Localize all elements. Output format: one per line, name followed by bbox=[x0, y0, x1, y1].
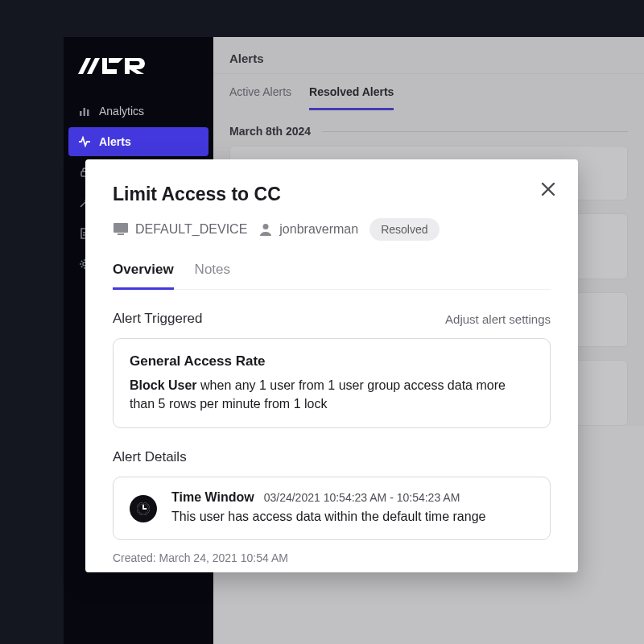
tab-notes[interactable]: Notes bbox=[195, 258, 230, 289]
modal-tabs: Overview Notes bbox=[113, 258, 551, 290]
section-title: Alert Details bbox=[113, 449, 187, 465]
close-button[interactable] bbox=[535, 175, 562, 203]
tab-overview[interactable]: Overview bbox=[113, 258, 174, 290]
detail-card: Time Window 03/24/2021 10:54:23 AM - 10:… bbox=[113, 477, 551, 539]
svg-rect-6 bbox=[80, 111, 82, 116]
user-name: jonbraverman bbox=[279, 222, 358, 237]
svg-marker-4 bbox=[109, 58, 123, 63]
svg-rect-16 bbox=[118, 233, 124, 235]
detail-description: This user has access data within the def… bbox=[171, 508, 534, 526]
detail-timestamp: 03/24/2021 10:54:23 AM - 10:54:23 AM bbox=[264, 491, 460, 504]
status-badge: Resolved bbox=[369, 218, 439, 241]
created-timestamp: Created: March 24, 2021 10:54 AM bbox=[113, 551, 551, 564]
rule-description: Block User when any 1 user from 1 user g… bbox=[130, 376, 534, 413]
user-meta: jonbraverman bbox=[258, 222, 358, 237]
svg-rect-3 bbox=[102, 69, 117, 74]
device-name: DEFAULT_DEVICE bbox=[135, 222, 247, 237]
user-icon bbox=[258, 222, 273, 237]
alert-detail-modal: Limit Access to CC DEFAULT_DEVICE jonbra… bbox=[85, 159, 578, 572]
modal-title: Limit Access to CC bbox=[113, 184, 551, 205]
rule-card: General Access Rate Block User when any … bbox=[113, 338, 551, 428]
rule-action: Block User bbox=[130, 378, 197, 392]
sidebar-item-label: Alerts bbox=[99, 135, 131, 148]
bar-chart-icon bbox=[78, 105, 91, 118]
sidebar-item-label: Analytics bbox=[99, 105, 144, 118]
activity-icon bbox=[78, 135, 91, 148]
svg-point-17 bbox=[263, 224, 269, 229]
svg-rect-7 bbox=[84, 108, 86, 116]
sidebar-item-alerts[interactable]: Alerts bbox=[68, 127, 208, 156]
section-alert-triggered: Alert Triggered Adjust alert settings Ge… bbox=[113, 311, 551, 428]
monitor-icon bbox=[113, 222, 129, 237]
modal-meta: DEFAULT_DEVICE jonbraverman Resolved bbox=[113, 218, 551, 241]
svg-rect-15 bbox=[114, 223, 128, 233]
rule-title: General Access Rate bbox=[130, 353, 534, 369]
sidebar-item-analytics[interactable]: Analytics bbox=[68, 97, 208, 126]
section-alert-details: Alert Details Time Window 03/24/2021 10:… bbox=[113, 449, 551, 564]
svg-rect-5 bbox=[125, 58, 130, 74]
svg-rect-8 bbox=[87, 109, 89, 116]
clock-icon bbox=[130, 495, 157, 522]
brand-logo bbox=[64, 50, 213, 97]
detail-label: Time Window bbox=[171, 490, 254, 505]
device-meta: DEFAULT_DEVICE bbox=[113, 222, 247, 237]
adjust-alert-settings-link[interactable]: Adjust alert settings bbox=[445, 312, 551, 326]
section-title: Alert Triggered bbox=[113, 311, 203, 327]
